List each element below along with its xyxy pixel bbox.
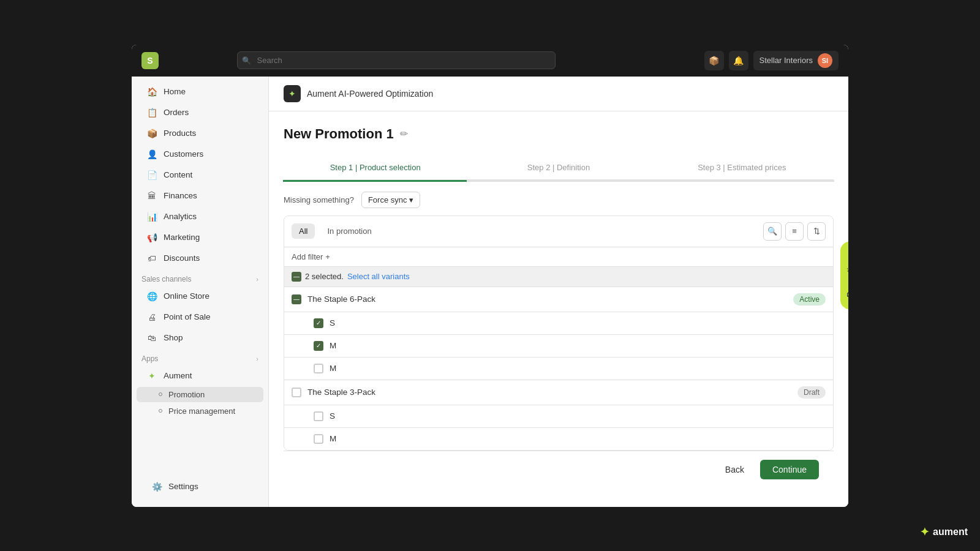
select-all-partial-checkbox[interactable]: —: [292, 272, 301, 282]
step-3[interactable]: Step 3 | Estimated prices: [650, 157, 834, 179]
settings-icon: ⚙️: [151, 481, 162, 492]
chevron-down-icon: ▾: [409, 195, 413, 204]
variant-row-s1: ✓ S: [284, 312, 833, 335]
variant-row-m3: M: [284, 428, 833, 450]
continue-button[interactable]: Continue: [760, 460, 819, 479]
shop-icon: 🛍: [146, 332, 157, 343]
variant-label-m1: M: [330, 341, 826, 350]
sidebar-item-home[interactable]: 🏠 Home: [137, 82, 263, 102]
products-icon: 📦: [146, 128, 157, 139]
sidebar-item-analytics[interactable]: 📊 Analytics: [137, 207, 263, 227]
customers-icon: 👤: [146, 149, 157, 160]
product-table: All In promotion 🔍 ≡ ⇅ Add filter +: [284, 216, 834, 451]
tab-in-promotion[interactable]: In promotion: [320, 223, 379, 239]
tab-all[interactable]: All: [292, 223, 315, 239]
sidebar-item-price-management[interactable]: Price management: [137, 403, 263, 419]
analytics-icon: 📊: [146, 211, 157, 222]
marketing-icon: 📢: [146, 232, 157, 243]
product-name-staple-3pack: The Staple 3-Pack: [307, 388, 791, 397]
sidebar-item-finances[interactable]: 🏛 Finances: [137, 186, 263, 206]
aument-brand-logo: ✦ aument: [920, 525, 968, 539]
selected-bar: — 2 selected. Select all variants: [284, 267, 833, 287]
sales-channels-label: Sales channels ›: [132, 269, 268, 286]
promotions-tab[interactable]: Promotions: [840, 242, 848, 310]
step-1[interactable]: Step 1 | Product selection: [284, 157, 467, 179]
product-checkbox-staple-3pack[interactable]: [292, 388, 301, 397]
add-filter-plus-icon: +: [325, 252, 330, 261]
variant-checkbox-m2[interactable]: [314, 364, 323, 373]
sidebar-item-aument[interactable]: ✦ Aument: [137, 366, 263, 386]
add-filter-row[interactable]: Add filter +: [284, 247, 833, 267]
topbar-right: 📦 🔔 Stellar Interiors SI: [704, 51, 839, 70]
orders-icon: 📋: [146, 107, 157, 118]
product-row-staple-6pack: — The Staple 6-Pack Active: [284, 287, 833, 312]
page-title-row: New Promotion 1 ✏: [284, 126, 834, 142]
app-brand-icon: ✦: [284, 85, 301, 102]
variant-checkbox-m3[interactable]: [314, 434, 323, 444]
column-filter-icon[interactable]: ≡: [785, 222, 804, 241]
sidebar: 🏠 Home 📋 Orders 📦 Products 👤 Customers 📄…: [132, 77, 269, 507]
variant-checkbox-s1[interactable]: ✓: [314, 318, 323, 328]
product-checkbox-staple-6pack[interactable]: —: [292, 294, 301, 304]
topbar: S shopify 📦 🔔 Stellar Interiors SI: [132, 45, 848, 77]
variant-row-s2: S: [284, 405, 833, 428]
sidebar-item-settings[interactable]: ⚙️ Settings: [141, 477, 258, 497]
variant-label-m2: M: [330, 364, 826, 373]
store-switcher[interactable]: Stellar Interiors SI: [753, 51, 839, 70]
store-icon-btn[interactable]: 📦: [704, 51, 724, 70]
discounts-icon: 🏷: [146, 253, 157, 264]
sidebar-item-promotion[interactable]: Promotion: [137, 387, 263, 402]
content-area: ✦ Aument AI-Powered Optimization New Pro…: [269, 77, 848, 507]
search-input[interactable]: [237, 51, 556, 69]
pos-icon: 🖨: [146, 312, 157, 323]
promotion-dot-icon: [159, 392, 162, 396]
main-layout: 🏠 Home 📋 Orders 📦 Products 👤 Customers 📄…: [132, 77, 848, 507]
sidebar-item-marketing[interactable]: 📢 Marketing: [137, 228, 263, 247]
variant-checkbox-m1[interactable]: ✓: [314, 341, 323, 351]
page-content: New Promotion 1 ✏ Step 1 | Product selec…: [269, 111, 848, 503]
product-status-staple-6pack: Active: [793, 293, 826, 305]
sidebar-item-pos[interactable]: 🖨 Point of Sale: [137, 307, 263, 327]
sidebar-item-content[interactable]: 📄 Content: [137, 165, 263, 185]
step-2[interactable]: Step 2 | Definition: [467, 157, 650, 179]
search-filter-icon[interactable]: 🔍: [763, 222, 782, 241]
sidebar-item-discounts[interactable]: 🏷 Discounts: [137, 249, 263, 268]
sales-channels-expand-icon: ›: [256, 276, 258, 283]
price-management-dot-icon: [159, 409, 162, 413]
store-name: Stellar Interiors: [760, 56, 813, 65]
product-row-staple-3pack: The Staple 3-Pack Draft: [284, 380, 833, 405]
step-progress-bar: [283, 180, 834, 182]
sidebar-item-orders[interactable]: 📋 Orders: [137, 103, 263, 122]
variant-label-m3: M: [330, 434, 826, 443]
selected-count: 2 selected.: [305, 272, 344, 281]
back-button[interactable]: Back: [715, 460, 754, 479]
variant-row-m1: ✓ M: [284, 335, 833, 358]
force-sync-button[interactable]: Force sync ▾: [361, 192, 421, 208]
sidebar-item-customers[interactable]: 👤 Customers: [137, 144, 263, 164]
content-icon: 📄: [146, 170, 157, 181]
variant-label-s2: S: [330, 411, 826, 421]
table-actions: 🔍 ≡ ⇅: [763, 222, 826, 241]
sort-icon[interactable]: ⇅: [807, 222, 826, 241]
aument-label: aument: [933, 527, 968, 538]
app-header: ✦ Aument AI-Powered Optimization: [269, 77, 848, 111]
search-container: [237, 51, 556, 69]
sidebar-item-online-store[interactable]: 🌐 Online Store: [137, 287, 263, 306]
missing-label: Missing something?: [284, 195, 354, 204]
table-toolbar: All In promotion 🔍 ≡ ⇅: [284, 216, 833, 247]
edit-title-icon[interactable]: ✏: [400, 128, 408, 140]
variant-checkbox-s2[interactable]: [314, 411, 323, 421]
shopify-logo[interactable]: S shopify: [141, 52, 159, 69]
page-title: New Promotion 1: [284, 126, 394, 142]
product-name-staple-6pack: The Staple 6-Pack: [307, 294, 787, 304]
sidebar-item-products[interactable]: 📦 Products: [137, 124, 263, 143]
finances-icon: 🏛: [146, 190, 157, 201]
sidebar-item-shop[interactable]: 🛍 Shop: [137, 328, 263, 348]
apps-label: Apps ›: [132, 348, 268, 365]
home-icon: 🏠: [146, 86, 157, 97]
notification-btn[interactable]: 🔔: [729, 51, 748, 70]
filter-bar: Missing something? Force sync ▾: [284, 182, 834, 216]
select-all-variants-link[interactable]: Select all variants: [347, 272, 410, 281]
aument-nav-icon: ✦: [146, 370, 157, 381]
aument-star-icon: ✦: [920, 525, 929, 539]
